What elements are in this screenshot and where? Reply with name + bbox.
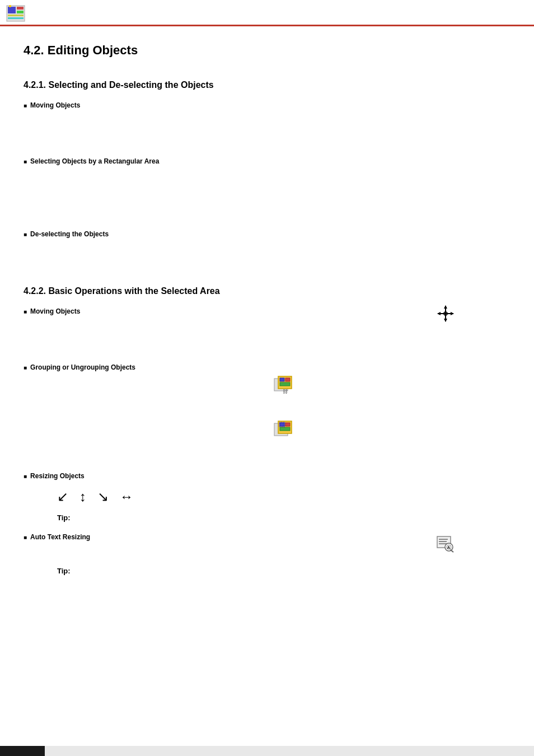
svg-rect-4 <box>8 15 24 16</box>
svg-rect-5 <box>8 17 24 19</box>
resize-cursor-diagonal-left: ↙ <box>57 489 68 505</box>
group-icon-2 <box>274 421 294 440</box>
svg-rect-28 <box>280 427 290 431</box>
bottom-bar <box>0 746 534 756</box>
svg-text:⛓: ⛓ <box>283 389 288 394</box>
bottom-spacer <box>24 581 510 626</box>
svg-marker-15 <box>437 312 441 315</box>
spacer-1 <box>24 113 510 146</box>
item-resizing: Resizing Objects <box>24 472 510 480</box>
section-421-heading: 4.2.1. Selecting and De-selecting the Ob… <box>24 80 510 90</box>
spacer-5 <box>24 399 510 416</box>
spacer-3 <box>24 241 510 275</box>
main-content: 4.2. Editing Objects 4.2.1. Selecting an… <box>0 26 534 648</box>
svg-rect-3 <box>17 11 24 13</box>
svg-rect-21 <box>285 378 290 381</box>
group-icon-1-container: ⛓ <box>57 376 510 395</box>
item-deselecting: De-selecting the Objects <box>24 230 510 238</box>
group-icon-2-container <box>57 421 510 440</box>
item-selecting-objects: Moving Objects <box>24 101 510 109</box>
section-422-heading: 4.2.2. Basic Operations with the Selecte… <box>24 286 510 296</box>
resize-cursors-row: ↙ ↕ ↘ ↔ <box>57 489 510 505</box>
svg-rect-26 <box>280 423 284 426</box>
tip-label-2: Tip: <box>57 567 510 575</box>
spacer-2b <box>24 202 510 219</box>
chapter-title: 4.2. Editing Objects <box>24 43 510 58</box>
section-moving: Moving Objects <box>24 307 510 315</box>
section-auto-text: Auto Text Resizing A <box>24 533 510 541</box>
svg-rect-2 <box>17 7 24 10</box>
svg-rect-1 <box>8 7 16 13</box>
auto-text-icon-container: A <box>437 536 455 555</box>
crosshair-icon <box>437 305 455 323</box>
svg-rect-20 <box>280 378 284 381</box>
resize-cursor-vertical: ↕ <box>79 489 86 505</box>
group-icon-1: ⛓ <box>274 376 294 395</box>
toolbar-icon <box>6 4 26 22</box>
item-grouping: Grouping or Ungrouping Objects <box>24 363 510 371</box>
resize-cursor-horizontal: ↔ <box>120 489 133 505</box>
svg-rect-27 <box>285 423 290 426</box>
bottom-bar-accent <box>0 746 45 756</box>
spacer-2 <box>24 169 510 202</box>
svg-rect-22 <box>280 382 290 386</box>
svg-marker-14 <box>444 319 447 322</box>
page-header <box>0 0 534 26</box>
item-selecting-rectangular: Selecting Objects by a Rectangular Area <box>24 157 510 165</box>
auto-text-icon: A <box>437 536 455 553</box>
resize-cursor-diagonal-right: ↘ <box>97 489 109 505</box>
tip-label-1: Tip: <box>57 514 510 522</box>
svg-marker-16 <box>451 312 454 315</box>
move-cursor-icon <box>437 305 455 325</box>
svg-text:A: A <box>447 545 450 549</box>
svg-marker-13 <box>444 305 447 309</box>
spacer-6 <box>24 444 510 461</box>
